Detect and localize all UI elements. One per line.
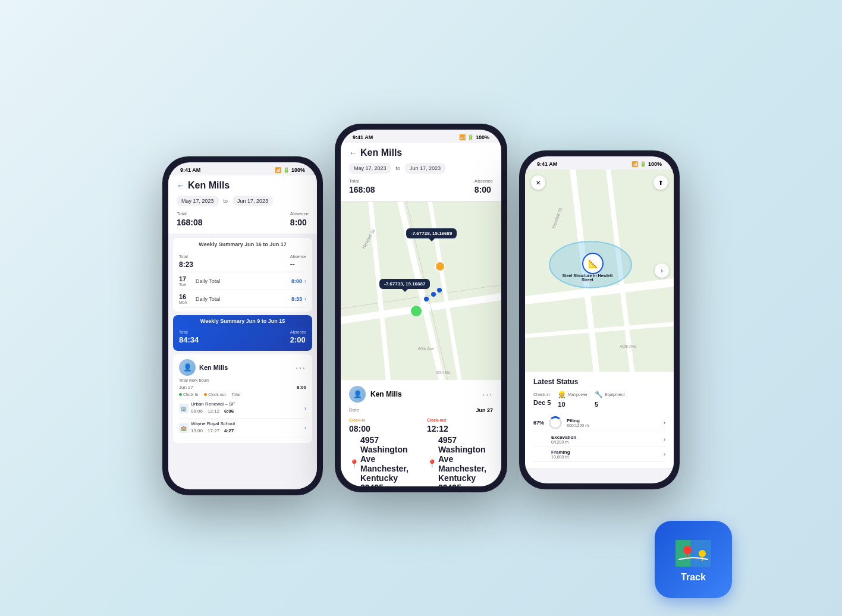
map-dot-orange	[435, 261, 445, 272]
excavation-chevron[interactable]: ›	[664, 436, 665, 442]
chevron-urban[interactable]: ›	[304, 406, 306, 411]
weekly-summary-body-1: Total 8:23 Absence -- 17 Tue Da	[173, 251, 312, 312]
clock-in-location: 📍 4957 Washington Ave Manchester, Kentuc…	[349, 435, 415, 486]
phone-center: 9:41 AM 📶 🔋 100% ← Ken Mills May 17, 202…	[335, 124, 507, 492]
map-chevron[interactable]: ›	[655, 263, 669, 278]
status-meta: Check-in Dec 5 👷 Manpower 10 🔧 Equi	[533, 391, 665, 409]
clock-out-location: 📍 4957 Washington Ave Manchester, Kentuc…	[427, 435, 493, 486]
map-dot-green	[411, 306, 422, 316]
date-range: May 17, 2023 to Jun 17, 2023	[177, 196, 309, 206]
bottom-card-header: 👤 Ken Mills ···	[349, 386, 493, 403]
site-icon-wayne: 🏫	[179, 423, 188, 433]
map-tooltip-2: -7.67733, 19.16687	[379, 279, 430, 289]
equipment-meta: 🔧 Equipment 5	[595, 391, 624, 409]
svg-point-20	[699, 550, 706, 557]
framing-chevron[interactable]: ›	[664, 451, 665, 457]
progress-piling[interactable]: 67% Piling 800/1200 m ›	[533, 414, 665, 432]
person-name-c: Ken Mills	[360, 147, 402, 158]
bottom-name: Ken Mills	[370, 390, 402, 398]
phone-left: 9:41 AM 📶 🔋 100% ← Ken Mills May 17, 202…	[162, 156, 323, 495]
weekly-summary-header-1: Weekly Summary Jun 16 to Jun 17	[173, 238, 312, 251]
progress-framing[interactable]: Framing 10,000 bf ›	[533, 447, 665, 462]
site-icon-urban: 🏢	[179, 404, 188, 413]
absence-value: 8:00	[290, 218, 307, 227]
date-end-c: Jun 17, 2023	[405, 163, 445, 174]
clock-out-block: Clock-out 12:12 📍 4957 Washington Ave Ma…	[427, 418, 493, 486]
date-start: May 17, 2023	[177, 196, 219, 206]
day-info-17: 17 Tue	[179, 275, 196, 287]
bottom-person: 👤 Ken Mills	[349, 386, 402, 403]
totals-row: Total 168:08 Absence 8:00	[177, 211, 309, 228]
entry-wayne[interactable]: 🏫 Wayne Royal School 13:00 17:27 4:27 ›	[179, 419, 306, 438]
svg-point-19	[683, 546, 692, 554]
svg-text:60th Rd: 60th Rd	[436, 370, 451, 375]
chevron-17[interactable]: ›	[304, 278, 306, 284]
work-hours-label: Total work hours	[179, 378, 306, 382]
daily-row-17[interactable]: 17 Tue Daily Total 8:00 ›	[179, 272, 306, 290]
app-header-center: ← Ken Mills May 17, 2023 to Jun 17, 2023…	[341, 143, 501, 202]
dots-menu[interactable]: ···	[296, 363, 306, 372]
app-header-left: ← Ken Mills May 17, 2023 to Jun 17, 2023…	[168, 175, 317, 234]
checkin-meta: Check-in Dec 5	[533, 392, 551, 407]
close-button[interactable]: ✕	[531, 175, 545, 190]
track-app-icon[interactable]: Track	[655, 521, 732, 598]
map-area[interactable]: Hewlett St 60th Ave 60th Rd -7.67728, 19…	[341, 202, 501, 380]
back-arrow-c[interactable]: ←	[349, 148, 357, 158]
piling-chevron[interactable]: ›	[664, 420, 665, 426]
status-bar-right: 9:41 AM 📶 🔋 100%	[525, 156, 674, 169]
svg-text:60th Ave: 60th Ave	[620, 344, 636, 348]
latest-status: Latest Status Check-in Dec 5 👷 Manpower …	[525, 372, 674, 468]
manpower-icon: 👷	[558, 391, 566, 398]
map-tooltip-1: -7.67728, 19.16689	[406, 228, 457, 238]
total-value: 168:08	[177, 218, 203, 227]
absence-item: Absence 8:00	[290, 211, 309, 228]
totals-row-c: Total 168:08 Absence 8:00	[349, 178, 493, 195]
work-date-row: Jun 27 8:00	[179, 385, 306, 390]
share-button[interactable]: ⬆	[654, 175, 668, 190]
map-dot-blue-2	[431, 292, 436, 297]
track-label: Track	[681, 572, 706, 583]
equipment-icon: 🔧	[595, 391, 603, 398]
status-bar-center: 9:41 AM 📶 🔋 100%	[341, 130, 501, 143]
date-end: Jun 17, 2023	[233, 196, 273, 206]
person-info: 👤 Ken Mills	[179, 359, 228, 376]
site-pin: 📐	[582, 253, 604, 274]
bottom-card: 👤 Ken Mills ··· Date Jun 27 Clock-in 08:…	[341, 380, 501, 486]
back-arrow[interactable]: ←	[177, 181, 185, 190]
daily-row-16[interactable]: 16 Mon Daily Total 8:33 ›	[179, 290, 306, 308]
status-bar-left: 9:41 AM 📶 🔋 100%	[168, 162, 317, 175]
clock-legend: Clock In Clock out Total	[179, 392, 306, 397]
map-dot-blue-1	[437, 288, 442, 293]
status-time-c: 9:41 AM	[353, 134, 373, 140]
day-info-16: 16 Mon	[179, 293, 196, 304]
track-map-icon	[673, 537, 714, 570]
date-to: to	[224, 198, 228, 204]
status-icons: 📶 🔋 100%	[275, 167, 305, 173]
progress-excavation[interactable]: Excavation 0/1200 m ›	[533, 432, 665, 447]
avatar: 👤	[179, 359, 196, 376]
status-time: 9:41 AM	[180, 167, 200, 173]
chevron-16[interactable]: ›	[304, 296, 306, 302]
date-range-c: May 17, 2023 to Jun 17, 2023	[349, 163, 493, 174]
clock-in-block: Clock-in 08:00 📍 4957 Washington Ave Man…	[349, 418, 415, 486]
person-card-header: 👤 Ken Mills ···	[179, 359, 306, 376]
site-label: Steel Structure in Hewlett Street	[558, 274, 617, 282]
chevron-wayne[interactable]: ›	[304, 425, 306, 431]
person-name: Ken Mills	[188, 180, 230, 191]
piling-circle	[549, 416, 562, 429]
phone-right: 9:41 AM 📶 🔋 100% Hewlett St 60th Ave	[519, 150, 680, 489]
date-start-c: May 17, 2023	[349, 163, 391, 174]
right-map[interactable]: Hewlett St 60th Ave ✕ ⬆ › 📐 Steel Struct…	[525, 169, 674, 372]
weekly-summary-header-2: Weekly Summary Jun 9 to Jun 15	[173, 315, 312, 327]
map-dot-blue-3	[424, 297, 429, 301]
dots-menu-center[interactable]: ···	[482, 389, 493, 399]
weekly-blue-body: Total 84:34 Absence 2:00	[173, 327, 312, 351]
manpower-meta: 👷 Manpower 10	[558, 391, 587, 409]
clock-times: Clock-in 08:00 📍 4957 Washington Ave Man…	[349, 418, 493, 486]
latest-status-title: Latest Status	[533, 378, 665, 386]
svg-text:60th Ave: 60th Ave	[418, 347, 434, 351]
avatar-center: 👤	[349, 386, 366, 403]
summary-totals-1: Total 8:23 Absence --	[179, 254, 306, 272]
person-card: 👤 Ken Mills ··· Total work hours Jun 27 …	[173, 354, 312, 443]
entry-urban[interactable]: 🏢 Urban Renewal – SF 08:06 12:12 6:06 ›	[179, 399, 306, 419]
